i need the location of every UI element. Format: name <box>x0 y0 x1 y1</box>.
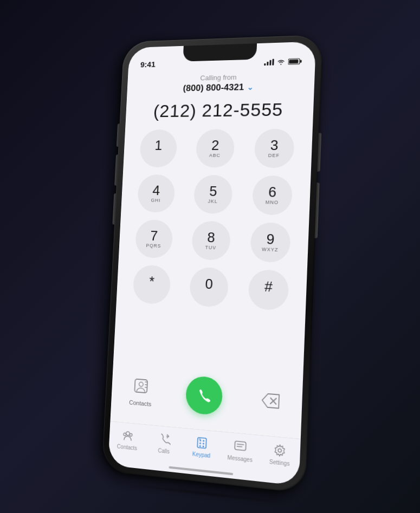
dial-key-5-number: 5 <box>209 184 217 199</box>
dial-key-#-number: # <box>264 278 273 295</box>
svg-point-14 <box>199 439 201 441</box>
tab-calls-icon <box>157 431 171 447</box>
dial-key-3-number: 3 <box>270 138 279 153</box>
bottom-actions: Contacts <box>121 370 291 421</box>
dial-key-4-number: 4 <box>152 183 160 198</box>
svg-point-24 <box>278 449 281 452</box>
dial-key-#[interactable]: # <box>248 269 289 310</box>
dial-key-8-number: 8 <box>206 230 215 245</box>
dial-key-9-letters: WXYZ <box>261 246 278 253</box>
svg-point-18 <box>199 445 201 446</box>
dial-key-*[interactable]: * <box>132 264 171 304</box>
dial-key-2[interactable]: 2ABC <box>195 129 235 167</box>
tab-settings[interactable]: Settings <box>264 441 296 467</box>
tab-contacts[interactable]: Contacts <box>113 427 142 451</box>
wifi-icon <box>276 59 286 65</box>
contacts-button[interactable]: Contacts <box>128 373 152 407</box>
dial-key-5[interactable]: 5JKL <box>193 174 232 213</box>
phone-device: 9:41 <box>101 34 322 493</box>
svg-rect-2 <box>289 59 299 63</box>
power-button <box>317 133 321 171</box>
dial-key-*-letters <box>151 289 151 295</box>
svg-point-11 <box>123 433 126 436</box>
svg-point-17 <box>202 443 204 444</box>
svg-line-23 <box>237 446 242 446</box>
tab-calls[interactable]: Calls <box>149 431 179 456</box>
svg-point-15 <box>203 440 204 441</box>
tab-settings-icon <box>272 442 287 458</box>
dial-key-1[interactable]: 1 <box>139 129 177 167</box>
dial-key-1-number: 1 <box>154 138 162 153</box>
right-side-button <box>314 183 319 238</box>
dial-key-1-letters <box>158 153 158 159</box>
status-icons <box>264 58 302 66</box>
dial-key-2-number: 2 <box>211 138 219 153</box>
tab-settings-label: Settings <box>269 458 289 466</box>
dial-key-0-number: 0 <box>205 276 213 291</box>
dial-key-9-number: 9 <box>266 231 275 247</box>
phone-call-icon <box>196 386 212 404</box>
svg-rect-21 <box>235 441 246 451</box>
calling-from-section: Calling from (800) 800-4321 ⌄ <box>127 71 315 95</box>
dial-key-9[interactable]: 9WXYZ <box>250 222 291 263</box>
tab-contacts-label: Contacts <box>117 443 137 451</box>
tab-messages-label: Messages <box>227 454 253 463</box>
dial-key-3[interactable]: 3DEF <box>254 128 295 168</box>
dial-key-6-letters: MNO <box>265 200 279 206</box>
dial-key-0[interactable]: 0 <box>189 267 229 307</box>
chevron-down-icon: ⌄ <box>247 83 254 92</box>
notch <box>183 43 257 61</box>
svg-point-19 <box>202 445 204 447</box>
dial-key-7-letters: PQRS <box>146 243 161 250</box>
volume-up-button <box>114 154 119 185</box>
tab-keypad-icon <box>195 435 209 451</box>
dial-key-4[interactable]: 4GHI <box>137 174 175 212</box>
dial-key-7[interactable]: 7PQRS <box>134 219 173 258</box>
call-button[interactable] <box>185 375 223 415</box>
tab-keypad-label: Keypad <box>192 451 210 459</box>
dial-key-8-letters: TUV <box>205 245 216 251</box>
dial-key-6-number: 6 <box>268 184 276 200</box>
caller-number-text: (800) 800-4321 <box>183 82 244 94</box>
dial-key-2-letters: ABC <box>209 153 220 159</box>
svg-rect-13 <box>197 437 206 448</box>
phone-screen: 9:41 <box>108 41 316 485</box>
mute-button <box>116 124 120 147</box>
tab-contacts-icon <box>120 428 134 443</box>
svg-line-22 <box>237 444 243 444</box>
dial-key-4-letters: GHI <box>151 198 160 204</box>
backspace-button[interactable] <box>257 387 282 414</box>
dialpad: 12ABC3DEF4GHI5JKL6MNO7PQRS8TUV9WXYZ*0# <box>126 128 301 311</box>
tab-messages-icon <box>232 438 247 454</box>
tab-messages[interactable]: Messages <box>224 438 255 463</box>
contacts-icon <box>129 373 153 398</box>
status-time: 9:41 <box>140 60 156 69</box>
dial-key-7-number: 7 <box>150 228 158 243</box>
calling-from-label: Calling from <box>200 73 237 82</box>
dial-key-3-letters: DEF <box>268 153 280 159</box>
backspace-icon <box>260 392 280 409</box>
contacts-button-label: Contacts <box>128 399 151 407</box>
tab-bar: Contacts Calls <box>108 421 301 485</box>
dial-key-8[interactable]: 8TUV <box>191 220 231 261</box>
svg-rect-3 <box>134 379 147 393</box>
dial-key-*-number: * <box>148 274 154 289</box>
signal-icon <box>264 59 274 65</box>
tab-keypad[interactable]: Keypad <box>186 434 217 459</box>
battery-icon <box>288 58 302 65</box>
volume-down-button <box>112 193 117 224</box>
svg-point-16 <box>199 442 201 444</box>
tab-calls-label: Calls <box>158 447 170 454</box>
dial-key-6[interactable]: 6MNO <box>251 175 293 215</box>
dial-key-5-letters: JKL <box>208 199 218 205</box>
calling-from-number[interactable]: (800) 800-4321 ⌄ <box>183 82 254 94</box>
phone-outer-shell: 9:41 <box>101 34 322 493</box>
dialed-number-display: (212) 212-5555 <box>125 98 313 121</box>
svg-point-4 <box>139 382 143 387</box>
